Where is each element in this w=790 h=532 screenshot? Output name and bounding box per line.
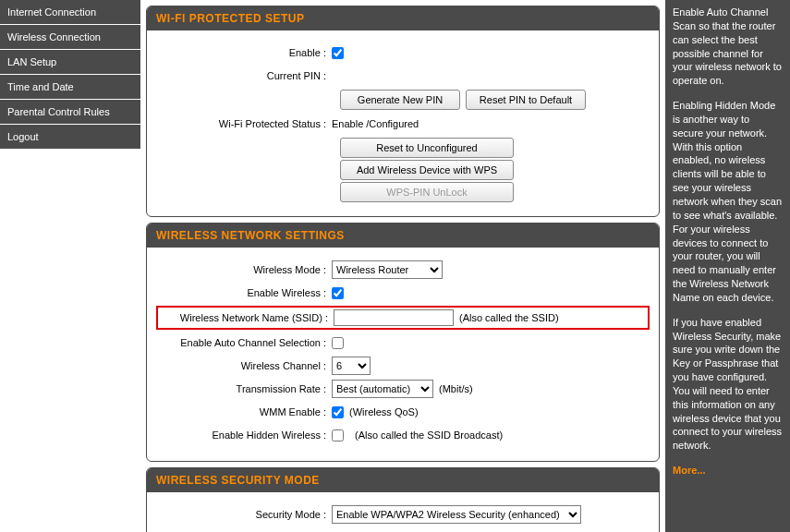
wireless-channel-label: Wireless Channel :	[156, 360, 332, 371]
help-paragraph-2: Enabling Hidden Mode is another way to s…	[673, 99, 783, 305]
tx-rate-label: Transmission Rate :	[156, 383, 332, 394]
wireless-mode-select[interactable]: Wireless Router	[332, 260, 443, 279]
tx-rate-unit: (Mbit/s)	[439, 383, 473, 394]
security-mode-select[interactable]: Enable WPA/WPA2 Wireless Security (enhan…	[332, 505, 581, 524]
generate-new-pin-button[interactable]: Generate New PIN	[340, 90, 460, 110]
ssid-label: Wireless Network Name (SSID) :	[158, 312, 334, 323]
security-mode-header: WIRELESS SECURITY MODE	[147, 468, 659, 492]
reset-unconfigured-button[interactable]: Reset to Unconfigured	[340, 138, 514, 158]
auto-channel-checkbox[interactable]	[332, 337, 344, 349]
enable-wireless-label: Enable Wireless :	[156, 287, 332, 298]
help-paragraph-3: If you have enabled Wireless Security, m…	[673, 316, 783, 453]
help-paragraph-1: Enable Auto Channel Scan so that the rou…	[673, 6, 783, 88]
wps-panel: WI-FI PROTECTED SETUP Enable : Current P…	[146, 6, 660, 217]
ssid-highlighted-row: Wireless Network Name (SSID) : (Also cal…	[156, 306, 650, 330]
security-mode-label: Security Mode :	[156, 509, 332, 520]
ssid-input[interactable]	[334, 309, 454, 326]
nav-time-and-date[interactable]: Time and Date	[0, 75, 140, 100]
reset-pin-default-button[interactable]: Reset PIN to Default	[466, 90, 586, 110]
nav-lan-setup[interactable]: LAN Setup	[0, 50, 140, 75]
sidebar: Internet Connection Wireless Connection …	[0, 0, 140, 532]
ssid-note: (Also called the SSID)	[459, 312, 559, 323]
hidden-wireless-note: (Also called the SSID Broadcast)	[355, 429, 503, 441]
wps-pin-unlock-button: WPS-PIN UnLock	[340, 182, 514, 202]
nav-logout[interactable]: Logout	[0, 125, 140, 150]
auto-channel-label: Enable Auto Channel Selection :	[156, 337, 332, 348]
add-wireless-device-button[interactable]: Add Wireless Device with WPS	[340, 160, 514, 180]
wps-enable-checkbox[interactable]	[332, 47, 344, 59]
tx-rate-select[interactable]: Best (automatic)	[332, 380, 433, 398]
wps-panel-header: WI-FI PROTECTED SETUP	[147, 6, 659, 30]
wmm-enable-label: WMM Enable :	[156, 406, 332, 417]
wps-current-pin-label: Current PIN :	[156, 70, 332, 81]
help-more-link[interactable]: More...	[673, 465, 705, 476]
hidden-wireless-checkbox[interactable]	[332, 429, 344, 441]
wmm-enable-checkbox[interactable]	[332, 406, 344, 418]
wps-status-label: Wi-Fi Protected Status :	[156, 118, 332, 129]
wireless-settings-panel: WIRELESS NETWORK SETTINGS Wireless Mode …	[146, 223, 660, 462]
main-content: WI-FI PROTECTED SETUP Enable : Current P…	[140, 0, 665, 532]
nav-internet-connection[interactable]: Internet Connection	[0, 0, 140, 25]
nav-wireless-connection[interactable]: Wireless Connection	[0, 25, 140, 50]
enable-wireless-checkbox[interactable]	[332, 287, 344, 299]
wmm-note: (Wireless QoS)	[349, 406, 419, 417]
wps-status-value: Enable /Configured	[332, 118, 419, 129]
wireless-settings-header: WIRELESS NETWORK SETTINGS	[147, 224, 659, 248]
security-mode-panel: WIRELESS SECURITY MODE Security Mode : E…	[146, 467, 660, 532]
help-sidebar: Enable Auto Channel Scan so that the rou…	[665, 0, 790, 532]
wireless-mode-label: Wireless Mode :	[156, 264, 332, 275]
nav-parental-control[interactable]: Parental Control Rules	[0, 100, 140, 125]
wireless-channel-select[interactable]: 6	[332, 357, 371, 375]
hidden-wireless-label: Enable Hidden Wireless :	[156, 429, 332, 441]
wps-enable-label: Enable :	[156, 47, 332, 58]
